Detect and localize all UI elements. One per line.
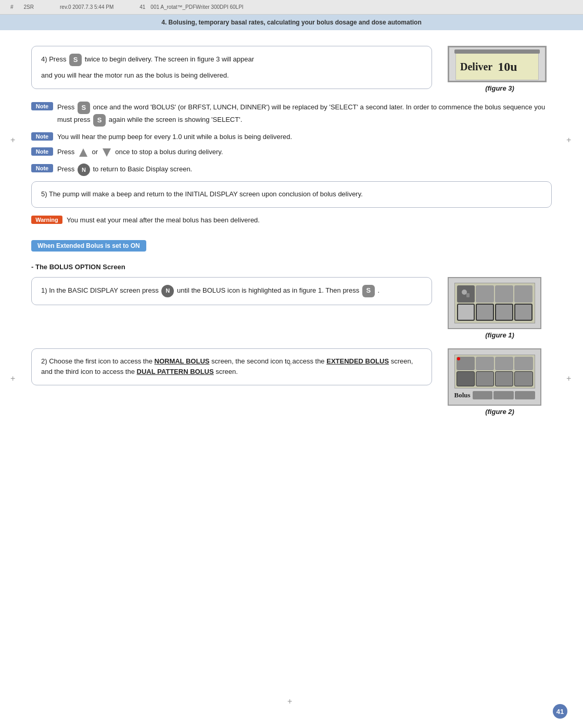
step5-text: 5) The pump will make a beep and return … bbox=[41, 189, 542, 200]
step2-text4: screen. bbox=[216, 368, 238, 375]
step4-box: 4) Press S twice to begin delivery. The … bbox=[31, 46, 432, 89]
down-arrow-icon[interactable] bbox=[102, 147, 112, 158]
figure2-column: Bolus (figure 2) bbox=[448, 348, 552, 416]
note3-text: Press or once to stop a bolus during del… bbox=[57, 147, 552, 158]
step2-text2: screen, the second icon to access the bbox=[211, 357, 325, 365]
step4-text2: twice to begin delivery. The screen in f… bbox=[85, 55, 254, 63]
figure3-screen: Deliver 10u bbox=[448, 46, 547, 82]
warning-badge: Warning bbox=[31, 216, 62, 224]
step1-ext-box: 1) In the BASIC DISPLAY screen press N u… bbox=[31, 277, 432, 305]
step1-ext-section: 1) In the BASIC DISPLAY screen press N u… bbox=[31, 277, 552, 339]
step4-text3: and you will hear the motor run as the b… bbox=[41, 71, 229, 79]
normal-bolus-label: NORMAL BOLUS bbox=[155, 357, 210, 365]
step4-para: 4) Press S twice to begin delivery. The … bbox=[41, 54, 422, 66]
bolus-label-text: Bolus bbox=[454, 391, 471, 399]
note2-row: Note You will hear the pump beep for eve… bbox=[31, 132, 552, 142]
extended-bolus-header: When Extended Bolus is set to ON bbox=[31, 240, 146, 252]
note3-badge: Note bbox=[31, 147, 53, 156]
warning-row: Warning You must eat your meal after the… bbox=[31, 215, 552, 225]
svg-marker-0 bbox=[79, 148, 87, 157]
note2-badge: Note bbox=[31, 132, 53, 141]
deliver-text: Deliver bbox=[460, 61, 492, 73]
header-text: # 2SR rev.0 2007.7.3 5:44 PM 41 001 A_ro… bbox=[10, 4, 244, 11]
step2-text1: 2) Choose the first icon to access the bbox=[41, 357, 153, 365]
section-title-bar: 4. Bolusing, temporary basal rates, calc… bbox=[0, 15, 583, 30]
step1-ext-para: 1) In the BASIC DISPLAY screen press N u… bbox=[41, 285, 422, 297]
up-arrow-icon[interactable] bbox=[78, 147, 88, 158]
s-button-step1[interactable]: S bbox=[362, 285, 375, 297]
section-title: 4. Bolusing, temporary basal rates, calc… bbox=[161, 19, 421, 26]
step4-para2: and you will hear the motor run as the b… bbox=[41, 70, 422, 81]
figure2-screen: Bolus bbox=[448, 348, 541, 406]
n-button-step1[interactable]: N bbox=[161, 285, 174, 297]
header-bar: # 2SR rev.0 2007.7.3 5:44 PM 41 001 A_ro… bbox=[0, 0, 583, 15]
page-number: 41 bbox=[553, 704, 567, 719]
s-button-note1b[interactable]: S bbox=[93, 114, 106, 127]
note1-badge: Note bbox=[31, 102, 53, 110]
step2-ext-section: 2) Choose the first icon to access the N… bbox=[31, 348, 552, 416]
deliver-value: 10u bbox=[498, 60, 517, 74]
note4-text: Press N to return to Basic Display scree… bbox=[57, 164, 552, 176]
note4-row: Note Press N to return to Basic Display … bbox=[31, 164, 552, 176]
note4-badge: Note bbox=[31, 164, 53, 172]
note1-text: Press S once and the word 'BOLUS' (or BR… bbox=[57, 102, 552, 127]
step1-ext-text3: . bbox=[377, 286, 379, 294]
note3-row: Note Press or once to stop a bolus durin… bbox=[31, 147, 552, 158]
dual-pattern-label: DUAL PATTERN BOLUS bbox=[137, 368, 214, 375]
s-button-note1[interactable]: S bbox=[78, 102, 90, 114]
crosshair-center-bottom bbox=[286, 697, 297, 707]
figure1-screen bbox=[448, 277, 541, 329]
note2-text: You will hear the pump beep for every 1.… bbox=[57, 132, 552, 142]
svg-point-2 bbox=[462, 290, 467, 295]
s-button-step4[interactable]: S bbox=[69, 54, 82, 66]
figure3-label: (figure 3) bbox=[448, 84, 552, 92]
note1-row: Note Press S once and the word 'BOLUS' (… bbox=[31, 102, 552, 127]
step2-ext-para: 2) Choose the first icon to access the N… bbox=[41, 356, 422, 378]
step5-box: 5) The pump will make a beep and return … bbox=[31, 181, 552, 208]
step2-ext-box: 2) Choose the first icon to access the N… bbox=[31, 348, 432, 386]
figure1-column: (figure 1) bbox=[448, 277, 552, 339]
figure3-column: Deliver 10u (figure 3) bbox=[448, 46, 552, 92]
bolus-option-subtitle: - The BOLUS OPTION Screen bbox=[31, 263, 552, 271]
warning-text: You must eat your meal after the meal bo… bbox=[67, 215, 552, 225]
step1-ext-text2a: until the BOLUS icon is highlighted as i… bbox=[177, 286, 359, 294]
svg-rect-3 bbox=[466, 293, 470, 297]
extended-bolus-label: EXTENDED BOLUS bbox=[326, 357, 389, 365]
n-button-note4[interactable]: N bbox=[78, 164, 90, 176]
figure2-label: (figure 2) bbox=[448, 408, 552, 416]
step4-text1: 4) Press bbox=[41, 55, 66, 63]
step1-ext-text1: 1) In the BASIC DISPLAY screen press bbox=[41, 286, 159, 294]
svg-marker-1 bbox=[103, 148, 111, 157]
figure1-label: (figure 1) bbox=[448, 331, 552, 339]
